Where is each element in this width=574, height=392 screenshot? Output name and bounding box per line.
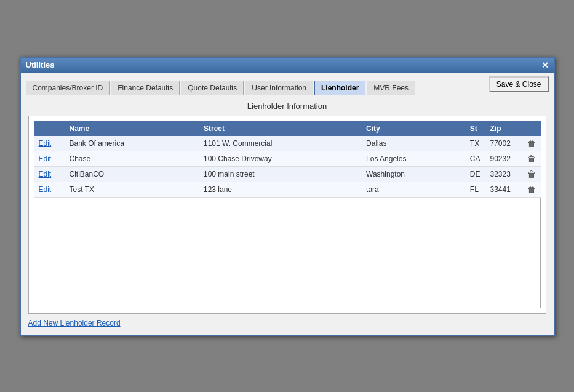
cell-street: 100 Chase Driveway <box>199 151 361 166</box>
cell-street: 100 main street <box>199 166 361 182</box>
table-filler <box>34 198 541 308</box>
close-icon[interactable]: ✕ <box>541 60 549 70</box>
cell-delete: 🗑 <box>522 136 541 151</box>
cell-name: Bank Of america <box>65 136 199 151</box>
cell-city: Los Angeles <box>361 151 465 166</box>
cell-state: DE <box>465 166 485 182</box>
cell-state: TX <box>465 136 485 151</box>
title-bar: Utilities ✕ <box>21 58 554 73</box>
lienholder-table: Name Street City St Zip EditBank Of amer… <box>34 121 541 198</box>
cell-delete: 🗑 <box>522 182 541 197</box>
delete-icon[interactable]: 🗑 <box>527 154 536 164</box>
add-new-lienholder-link[interactable]: Add New Lienholder Record <box>28 319 121 327</box>
col-header-state: St <box>465 121 485 136</box>
cell-city: Dallas <box>361 136 465 151</box>
col-header-zip: Zip <box>485 121 522 136</box>
table-row: EditBank Of america1101 W. CommercialDal… <box>34 136 541 151</box>
cell-zip: 32323 <box>485 166 522 182</box>
cell-zip: 90232 <box>485 151 522 166</box>
table-container: Name Street City St Zip EditBank Of amer… <box>28 116 546 314</box>
col-header-street: Street <box>199 121 361 136</box>
delete-icon[interactable]: 🗑 <box>527 169 536 179</box>
tab-companies[interactable]: Companies/Broker ID <box>26 81 110 95</box>
save-close-button[interactable]: Save & Close <box>489 76 549 92</box>
col-header-name: Name <box>65 121 199 136</box>
edit-link[interactable]: Edit <box>39 154 52 163</box>
cell-city: tara <box>361 182 465 197</box>
cell-name: Chase <box>65 151 199 166</box>
tab-mvr-fees[interactable]: MVR Fees <box>367 81 415 95</box>
col-header-action <box>34 121 65 136</box>
table-header-row: Name Street City St Zip <box>34 121 541 136</box>
edit-link[interactable]: Edit <box>39 185 52 194</box>
table-body: EditBank Of america1101 W. CommercialDal… <box>34 136 541 198</box>
cell-delete: 🗑 <box>522 166 541 182</box>
section-title: Lienholder Information <box>28 102 546 111</box>
tab-lienholder[interactable]: Lienholder <box>314 81 365 95</box>
cell-name: Test TX <box>65 182 199 197</box>
table-row: EditChase100 Chase DrivewayLos AngelesCA… <box>34 151 541 166</box>
delete-icon[interactable]: 🗑 <box>527 185 536 194</box>
tab-user-info[interactable]: User Information <box>245 81 313 95</box>
content-area: Lienholder Information Name Street City … <box>21 95 554 335</box>
table-row: EditCitiBanCO100 main streetWashingtonDE… <box>34 166 541 182</box>
cell-state: CA <box>465 151 485 166</box>
cell-delete: 🗑 <box>522 151 541 166</box>
cell-name: CitiBanCO <box>65 166 199 182</box>
tab-bar: Companies/Broker ID Finance Defaults Quo… <box>21 73 554 95</box>
tab-finance[interactable]: Finance Defaults <box>111 81 180 95</box>
cell-state: FL <box>465 182 485 197</box>
cell-street: 123 lane <box>199 182 361 197</box>
delete-icon[interactable]: 🗑 <box>527 138 536 148</box>
col-header-city: City <box>361 121 465 136</box>
table-row: EditTest TX123 lanetaraFL33441🗑 <box>34 182 541 197</box>
col-header-delete <box>522 121 541 136</box>
cell-city: Washington <box>361 166 465 182</box>
edit-link[interactable]: Edit <box>39 170 52 178</box>
cell-zip: 33441 <box>485 182 522 197</box>
tab-quote[interactable]: Quote Defaults <box>181 81 244 95</box>
edit-link[interactable]: Edit <box>39 139 52 148</box>
cell-street: 1101 W. Commercial <box>199 136 361 151</box>
utilities-window: Utilities ✕ Companies/Broker ID Finance … <box>20 57 555 336</box>
window-title: Utilities <box>26 60 55 70</box>
cell-zip: 77002 <box>485 136 522 151</box>
